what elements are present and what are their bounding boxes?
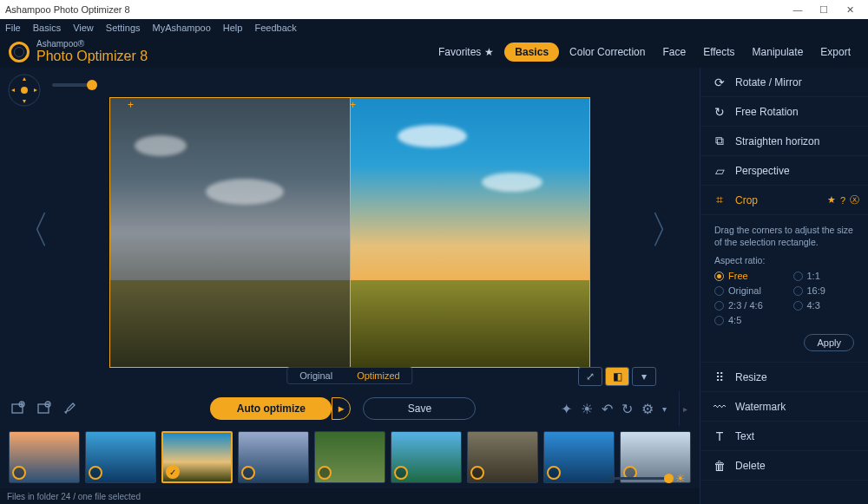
nav-effects[interactable]: Effects (696, 43, 741, 62)
sidebar-item-resize[interactable]: ⠿Resize (700, 363, 868, 392)
select-ring[interactable] (547, 466, 561, 480)
pan-control[interactable] (7, 73, 42, 108)
gear-icon[interactable]: ⚙ (641, 401, 654, 417)
sidebar-item-perspective[interactable]: ▱Perspective (700, 156, 868, 186)
rotate-icon: ⟳ (713, 75, 727, 89)
magic-wand-icon[interactable]: ✦ (561, 401, 572, 417)
aspect-ratio-option[interactable]: 1:1 (793, 271, 855, 281)
svg-rect-2 (12, 404, 23, 413)
menu-item[interactable]: File (5, 23, 21, 33)
thumbnail[interactable] (467, 431, 538, 483)
select-ring[interactable] (12, 466, 26, 480)
collapse-sidebar-button[interactable]: ▸ (679, 391, 691, 426)
logo-icon (9, 42, 30, 62)
compare-toggle[interactable]: Original Optimized (286, 367, 412, 384)
thumbnail[interactable] (314, 431, 385, 483)
aspect-ratio-option[interactable]: 4:3 (793, 300, 855, 311)
window-titlebar: Ashampoo Photo Optimizer 8 — ☐ ✕ (0, 0, 868, 19)
help-icon[interactable]: ? (840, 195, 845, 206)
star-icon: ★ (484, 46, 494, 58)
menu-item[interactable]: MyAshampoo (153, 23, 211, 33)
thumbnail[interactable] (543, 431, 615, 483)
nav-color-correction[interactable]: Color Correction (562, 43, 652, 62)
auto-optimize-dropdown[interactable]: ▸ (332, 397, 351, 420)
svg-rect-4 (38, 404, 49, 413)
menu-item[interactable]: Feedback (254, 23, 296, 33)
maximize-button[interactable]: ☐ (811, 4, 837, 16)
compare-optimized-label: Optimized (345, 368, 412, 383)
sidebar-item-crop[interactable]: ⌗ Crop ★?ⓧ (700, 186, 868, 215)
chevron-down-icon[interactable]: ▾ (662, 404, 667, 414)
menu-item[interactable]: Basics (33, 23, 61, 33)
select-ring[interactable] (166, 465, 180, 479)
nav-favorites[interactable]: Favorites ★ (431, 43, 501, 62)
aspect-ratio-option[interactable]: 16:9 (793, 285, 855, 296)
sidebar-item-straighten[interactable]: ⧉Straighten horizon (700, 127, 868, 156)
menu-item[interactable]: Settings (106, 23, 141, 33)
compare-divider[interactable] (350, 98, 351, 367)
window-title: Ashampoo Photo Optimizer 8 (5, 4, 130, 15)
add-image-icon[interactable] (9, 399, 28, 418)
brand-block: Ashampoo® Photo Optimizer 8 (36, 40, 148, 64)
select-ring[interactable] (89, 466, 102, 480)
prev-image-button[interactable]: 〈 (12, 204, 50, 255)
aspect-ratio-option[interactable]: 4:5 (714, 315, 776, 325)
thumbnail[interactable] (9, 431, 80, 483)
sidebar-item-text[interactable]: TText (700, 422, 868, 451)
nav-manipulate[interactable]: Manipulate (746, 43, 811, 62)
status-text: Files in folder 24 / one file selected (7, 492, 141, 501)
crop-hint: Drag the corners to adjust the size of t… (714, 224, 854, 248)
brand-product: Photo Optimizer 8 (36, 49, 148, 64)
zoom-slider[interactable] (52, 83, 94, 87)
star-icon[interactable]: ★ (827, 194, 836, 206)
sidebar-item-delete[interactable]: 🗑Delete (700, 451, 868, 481)
thumbnail-strip: ☀ (0, 426, 700, 488)
apply-button[interactable]: Apply (804, 334, 854, 351)
sidebar-item-free-rotation[interactable]: ↻Free Rotation (700, 97, 868, 127)
minimize-button[interactable]: — (785, 4, 811, 15)
thumbnail[interactable] (161, 431, 233, 483)
redo-icon[interactable]: ↻ (621, 401, 633, 417)
resize-icon: ⠿ (713, 370, 727, 384)
close-icon[interactable]: ⓧ (850, 193, 859, 206)
aspect-ratio-option[interactable]: 2:3 / 4:6 (714, 300, 776, 311)
add-folder-icon[interactable] (35, 399, 54, 418)
select-ring[interactable] (470, 466, 484, 480)
thumbnail[interactable] (85, 431, 156, 483)
tool-sidebar: ⟳Rotate / Mirror ↻Free Rotation ⧉Straigh… (700, 68, 868, 504)
status-bar: Files in folder 24 / one file selected (0, 488, 700, 504)
select-ring[interactable] (241, 466, 255, 480)
fullscreen-button[interactable]: ⤢ (578, 367, 602, 386)
preview-area: 〈 〉 + + Original Optimized (0, 68, 700, 391)
split-view-button[interactable]: ◧ (605, 367, 629, 386)
menu-item[interactable]: View (73, 23, 94, 33)
close-button[interactable]: ✕ (837, 4, 863, 16)
undo-icon[interactable]: ↶ (602, 401, 613, 417)
crop-handle[interactable]: + (350, 101, 357, 108)
nav-face[interactable]: Face (655, 43, 693, 62)
menu-item[interactable]: Help (223, 23, 243, 33)
thumbnail[interactable] (238, 431, 309, 483)
brush-icon[interactable] (61, 399, 80, 418)
crop-panel: Drag the corners to adjust the size of t… (700, 215, 868, 363)
sidebar-item-watermark[interactable]: 〰Watermark (700, 392, 868, 422)
next-image-button[interactable]: 〉 (649, 204, 687, 255)
sidebar-item-rotate[interactable]: ⟳Rotate / Mirror (700, 68, 868, 97)
aspect-ratio-option[interactable]: Free (714, 271, 776, 281)
select-ring[interactable] (318, 466, 332, 480)
aspect-ratio-option[interactable]: Original (714, 285, 776, 296)
select-ring[interactable] (394, 466, 408, 480)
svg-point-1 (21, 87, 28, 94)
crop-handle[interactable]: + (128, 101, 135, 108)
save-button[interactable]: Save (363, 397, 476, 420)
auto-optimize-button[interactable]: Auto optimize ▸ (210, 397, 332, 420)
view-toolbar: ⤢ ◧ ▾ (578, 367, 656, 386)
nav-export[interactable]: Export (813, 43, 858, 62)
perspective-icon: ▱ (713, 164, 727, 178)
image-preview[interactable]: + + (109, 97, 590, 368)
view-dropdown-button[interactable]: ▾ (632, 367, 656, 386)
brightness-icon[interactable]: ☀ (581, 401, 593, 417)
nav-basics[interactable]: Basics (504, 43, 559, 62)
brightness-slider[interactable]: ☀ (609, 472, 686, 485)
thumbnail[interactable] (391, 431, 462, 483)
